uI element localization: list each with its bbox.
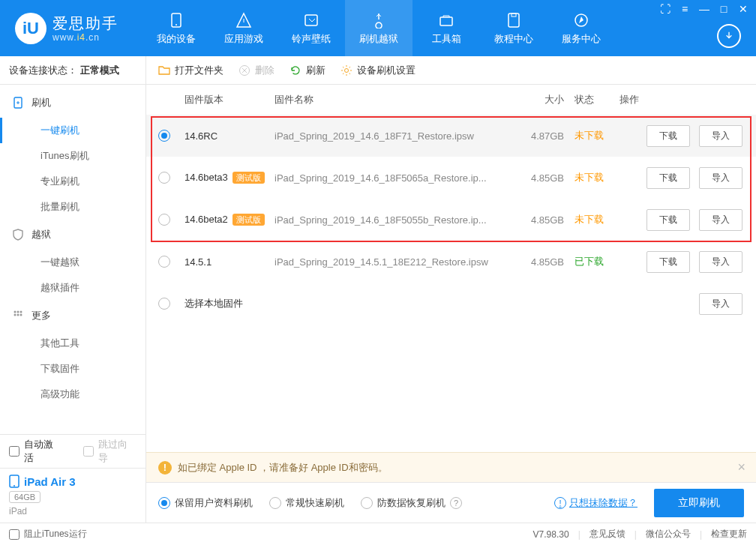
window-maximize[interactable]: □ [717,3,730,15]
sidebar-group-2[interactable]: 更多 [0,301,146,331]
sidebar-item[interactable]: 越狱插件 [0,275,146,301]
download-button[interactable]: 下载 [646,209,690,231]
flash-now-button[interactable]: 立即刷机 [654,489,744,517]
nav-item-5[interactable]: 教程中心 [480,0,548,56]
skip-guide-checkbox[interactable] [83,446,94,457]
refresh-icon [290,64,302,76]
row-radio[interactable] [158,214,170,226]
anti-recover-option[interactable]: 防数据恢复刷机 ? [361,496,462,510]
erase-data-link[interactable]: ! 只想抹除数据？ [554,496,638,510]
col-ops: 操作 [616,93,744,106]
row-size: 4.85GB [508,256,564,268]
table-row[interactable]: 14.5.1iPad_Spring_2019_14.5.1_18E212_Res… [146,241,756,283]
table-row[interactable]: 14.6beta3测试版iPad_Spring_2019_14.6_18F506… [146,157,756,199]
import-button[interactable]: 导入 [699,167,742,189]
col-version: 固件版本 [184,93,274,106]
sidebar-group-icon [12,97,24,109]
download-manager-icon[interactable] [717,24,741,48]
sidebar-item[interactable]: 专业刷机 [0,169,146,194]
open-folder-button[interactable]: 打开文件夹 [158,64,224,77]
nav-item-3[interactable]: 刷机越狱 [345,0,412,56]
window-close[interactable]: ✕ [736,3,750,15]
row-radio[interactable] [158,256,170,268]
sidebar-item[interactable]: 一键刷机 [0,118,146,143]
download-button[interactable]: 下载 [646,167,690,189]
window-btn-1[interactable]: ⛶ [658,3,672,15]
version-label[interactable]: V7.98.30 [533,529,569,540]
col-filename: 固件名称 [274,93,508,106]
brand: iU 爱思助手 www.i4.cn [0,13,134,44]
table-header: 固件版本 固件名称 大小 状态 操作 [146,85,756,115]
sidebar-item[interactable]: 其他工具 [0,331,146,356]
block-itunes-checkbox[interactable] [9,529,20,540]
warning-bar: ! 如已绑定 Apple ID ，请准备好 Apple ID和密码。 × [146,452,756,482]
normal-flash-option[interactable]: 常规快速刷机 [269,496,344,510]
sidebar-item[interactable]: 高级功能 [0,382,146,407]
download-button[interactable]: 下载 [646,251,690,273]
radio-icon [361,497,373,509]
nav-icon [572,11,590,29]
footer: 阻止iTunes运行 V7.98.30 | 意见反馈 | 微信公众号 | 检查更… [0,523,756,545]
row-status: 未下载 [564,213,616,226]
col-size: 大小 [508,93,564,106]
nav-item-0[interactable]: 我的设备 [142,0,210,56]
row-size: 4.85GB [508,214,564,226]
row-radio[interactable] [158,130,170,142]
device-settings-button[interactable]: 设备刷机设置 [340,64,416,77]
action-bar: 保留用户资料刷机 常规快速刷机 防数据恢复刷机 ? ! 只想抹除数据？ 立即刷机 [146,482,756,523]
import-button[interactable]: 导入 [699,125,742,147]
app-header: ⛶ ≡ — □ ✕ iU 爱思助手 www.i4.cn 我的设备应用游戏铃声壁纸… [0,0,756,56]
feedback-link[interactable]: 意见反馈 [590,528,626,541]
nav-item-6[interactable]: 服务中心 [548,0,615,56]
import-button[interactable]: 导入 [699,251,742,273]
row-status: 未下载 [564,171,616,184]
col-status: 状态 [564,93,616,106]
folder-icon [158,64,170,76]
nav-item-4[interactable]: 工具箱 [412,0,480,56]
row-status: 已下载 [564,255,616,268]
skip-guide-label: 跳过向导 [98,438,136,465]
delete-button[interactable]: 删除 [238,64,274,77]
wechat-link[interactable]: 微信公众号 [646,528,691,541]
device-icon [9,475,20,488]
radio-local[interactable] [158,298,170,310]
sidebar-item[interactable]: 批量刷机 [0,194,146,220]
device-status-mode: 正常模式 [80,64,119,77]
nav-item-1[interactable]: 应用游戏 [210,0,278,56]
delete-icon [238,64,250,76]
toolbar: 打开文件夹 删除 刷新 设备刷机设置 [146,56,756,85]
check-update-link[interactable]: 检查更新 [711,528,747,541]
keep-data-option[interactable]: 保留用户资料刷机 [158,496,253,510]
table-row[interactable]: 14.6beta2测试版iPad_Spring_2019_14.6_18F505… [146,199,756,241]
auto-activate-checkbox[interactable] [9,446,20,457]
row-filename: iPad_Spring_2019_14.5.1_18E212_Restore.i… [274,256,508,268]
import-button[interactable]: 导入 [699,209,742,231]
row-filename: iPad_Spring_2019_14.6_18F5065a_Restore.i… [274,172,508,184]
beta-badge: 测试版 [232,172,265,184]
sidebar-group-0[interactable]: 刷机 [0,88,146,118]
sidebar-item[interactable]: 一键越狱 [0,250,146,275]
window-btn-2[interactable]: ≡ [678,3,692,15]
sidebar-item[interactable]: iTunes刷机 [0,143,146,169]
block-itunes-label: 阻止iTunes运行 [24,528,87,541]
svg-point-1 [176,24,177,25]
row-version: 14.6RC [184,130,274,142]
table-row[interactable]: 14.6RCiPad_Spring_2019_14.6_18F71_Restor… [146,115,756,157]
row-size: 4.85GB [508,172,564,184]
device-info[interactable]: iPad Air 3 64GB iPad [0,468,146,523]
row-radio[interactable] [158,172,170,184]
download-button[interactable]: 下载 [646,125,690,147]
sidebar-item[interactable]: 下载固件 [0,356,146,382]
local-firmware-row[interactable]: 选择本地固件 导入 [146,283,756,325]
beta-badge: 测试版 [232,214,265,226]
sidebar-group-1[interactable]: 越狱 [0,220,146,250]
help-icon[interactable]: ? [450,497,462,509]
import-button[interactable]: 导入 [699,293,742,315]
sidebar: 设备连接状态： 正常模式 刷机一键刷机iTunes刷机专业刷机批量刷机越狱一键越… [0,56,146,523]
window-minimize[interactable]: — [698,3,711,15]
svg-point-15 [14,485,15,487]
nav-item-2[interactable]: 铃声壁纸 [278,0,345,56]
refresh-button[interactable]: 刷新 [290,64,326,77]
sidebar-options: 自动激活 跳过向导 [0,434,146,468]
warning-close[interactable]: × [737,460,746,475]
